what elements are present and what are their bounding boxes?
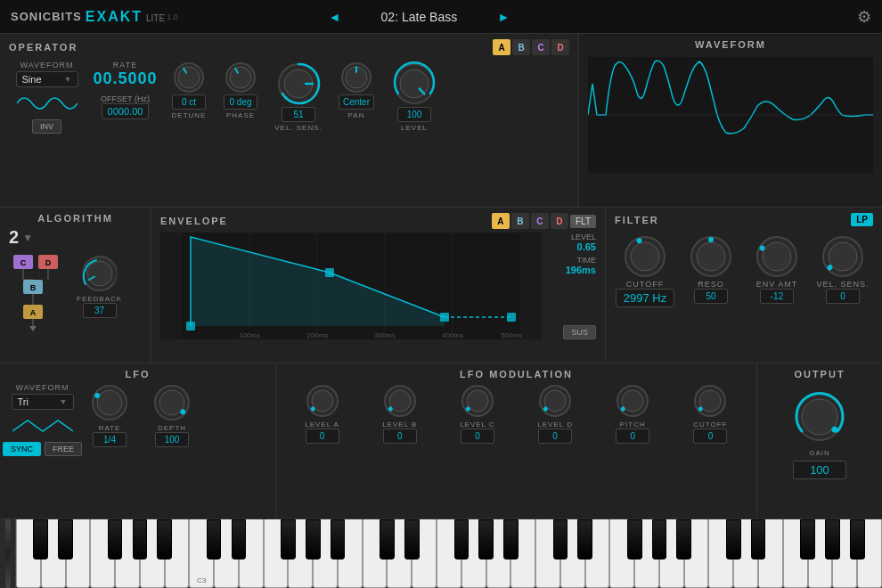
black-key-1-5[interactable] <box>306 519 321 559</box>
filter-type-badge[interactable]: LP <box>851 213 873 226</box>
black-key-3-4[interactable] <box>627 519 642 559</box>
filter-panel: FILTER LP CUTOFF 2997 Hz <box>606 208 882 363</box>
black-key-2-1[interactable] <box>380 519 395 559</box>
lfo-mod-level-b-knob[interactable] <box>382 383 418 419</box>
black-key-4-1[interactable] <box>726 519 741 559</box>
black-key-4-6[interactable] <box>850 519 865 559</box>
detune-value[interactable]: 0 ct <box>172 94 206 110</box>
lfo-mod-level-c-value[interactable]: 0 <box>461 429 494 444</box>
gain-knob[interactable] <box>793 390 846 444</box>
filter-reso-knob[interactable] <box>688 233 734 280</box>
black-key-2-5[interactable] <box>478 519 494 559</box>
black-key-4-5[interactable] <box>825 519 840 559</box>
black-key-0-5[interactable] <box>133 519 148 559</box>
black-key-3-5[interactable] <box>652 519 667 559</box>
phase-knob[interactable] <box>224 61 257 94</box>
envelope-display: 100ms 200ms 300ms 400ms 500ms <box>160 233 596 339</box>
op-tab-a[interactable]: A <box>493 39 510 55</box>
offset-value[interactable]: 0000.00 <box>102 103 150 119</box>
vel-sens-knob[interactable] <box>275 61 322 107</box>
pan-knob[interactable] <box>339 61 373 94</box>
env-tab-a[interactable]: A <box>492 213 510 229</box>
rate-section: RATE 00.5000 OFFSET (Hz) 0000.00 <box>92 61 159 119</box>
free-button[interactable]: FREE <box>45 442 82 456</box>
lfo-depth-knob[interactable] <box>152 383 192 422</box>
feedback-value[interactable]: 37 <box>83 303 117 318</box>
preset-prev-button[interactable]: ◄ <box>322 10 348 24</box>
piano-keyboard[interactable]: (function() { const container = document… <box>16 519 882 588</box>
svg-marker-30 <box>29 326 37 331</box>
envelope-svg[interactable]: 100ms 200ms 300ms 400ms 500ms <box>160 233 542 339</box>
feedback-knob[interactable] <box>80 254 119 293</box>
lfo-depth-value[interactable]: 100 <box>155 432 189 447</box>
filter-env-amt-value[interactable]: -12 <box>760 289 794 304</box>
env-tab-c[interactable]: C <box>531 213 549 229</box>
lfo-mod-level-a-knob[interactable] <box>305 383 340 419</box>
env-tab-b[interactable]: B <box>511 213 529 229</box>
rate-value[interactable]: 00.5000 <box>93 69 157 89</box>
lfo-waveform-select[interactable]: Tri ▼ <box>12 394 74 410</box>
lfo-mod-level-c-knob[interactable] <box>460 383 495 419</box>
black-key-3-2[interactable] <box>577 519 592 559</box>
lfo-waveform-label: WAVEFORM <box>16 383 69 392</box>
detune-knob[interactable] <box>172 61 206 94</box>
row3: LFO WAVEFORM Tri ▼ SYNC FREE <box>0 363 882 519</box>
inv-button[interactable]: INV <box>32 119 61 134</box>
op-tab-c[interactable]: C <box>532 39 550 55</box>
black-key-1-6[interactable] <box>331 519 346 559</box>
lfo-mod-pitch-value[interactable]: 0 <box>616 429 649 444</box>
black-key-1-1[interactable] <box>207 519 222 559</box>
level-knob[interactable] <box>391 61 437 107</box>
lfo-mod-level-a-value[interactable]: 0 <box>306 429 339 444</box>
black-key-0-1[interactable] <box>33 519 48 559</box>
lfo-mod-level-d-value[interactable]: 0 <box>538 429 572 444</box>
sync-button[interactable]: SYNC <box>3 442 41 456</box>
flt-tab[interactable]: FLT <box>570 215 596 228</box>
filter-reso-label: RESO <box>698 280 724 289</box>
lfo-mod-level-d-knob[interactable] <box>537 383 573 419</box>
algorithm-dropdown-arrow[interactable]: ▼ <box>22 232 33 244</box>
filter-env-amt-group: ENV AMT -12 <box>747 233 807 307</box>
level-value[interactable]: 100 <box>397 107 431 122</box>
filter-reso-value[interactable]: 50 <box>694 289 728 304</box>
lfo-rate-value[interactable]: 1/4 <box>93 432 127 447</box>
black-key-3-6[interactable] <box>676 519 691 559</box>
filter-env-amt-knob[interactable] <box>754 233 800 280</box>
black-key-0-2[interactable] <box>58 519 73 559</box>
settings-icon[interactable]: ⚙ <box>857 7 871 27</box>
preset-name[interactable]: 02: Late Bass <box>347 10 490 24</box>
sus-button[interactable]: SUS <box>563 325 596 339</box>
lfo-mod-level-b-value[interactable]: 0 <box>383 429 417 444</box>
lfo-rate-knob[interactable] <box>90 383 129 422</box>
black-key-0-4[interactable] <box>108 519 123 559</box>
filter-cutoff-knob[interactable] <box>622 233 668 280</box>
vel-sens-value[interactable]: 51 <box>282 107 315 122</box>
black-key-2-4[interactable] <box>454 519 470 559</box>
black-key-1-4[interactable] <box>281 519 296 559</box>
filter-cutoff-value[interactable]: 2997 Hz <box>616 289 674 307</box>
phase-value[interactable]: 0 deg <box>224 94 257 110</box>
pan-value[interactable]: Center <box>339 94 374 110</box>
black-key-3-1[interactable] <box>553 519 568 559</box>
filter-vel-sens-knob[interactable] <box>820 233 866 280</box>
op-tab-b[interactable]: B <box>512 39 530 55</box>
operator-knobs: 0 ct DETUNE 0 deg PHASE <box>166 61 444 132</box>
black-key-4-2[interactable] <box>751 519 766 559</box>
lfo-mod-cutoff-knob[interactable] <box>692 383 728 419</box>
env-level-value: 0.65 <box>577 241 596 252</box>
preset-next-button[interactable]: ► <box>490 10 517 24</box>
black-key-1-2[interactable] <box>232 519 247 559</box>
envelope-canvas[interactable]: 100ms 200ms 300ms 400ms 500ms <box>160 233 542 339</box>
black-key-2-2[interactable] <box>404 519 420 559</box>
black-key-4-4[interactable] <box>800 519 815 559</box>
black-key-0-6[interactable] <box>157 519 172 559</box>
waveform-select[interactable]: Sine ▼ <box>16 71 78 87</box>
lfo-mod-cutoff-value[interactable]: 0 <box>693 429 727 444</box>
black-key-2-6[interactable] <box>503 519 519 559</box>
svg-text:400ms: 400ms <box>442 331 463 339</box>
filter-vel-sens-value[interactable]: 0 <box>826 289 860 304</box>
op-tab-d[interactable]: D <box>551 39 569 55</box>
lfo-mod-pitch-knob[interactable] <box>615 383 650 419</box>
gain-value[interactable]: 100 <box>793 461 846 479</box>
env-tab-d[interactable]: D <box>551 213 568 229</box>
